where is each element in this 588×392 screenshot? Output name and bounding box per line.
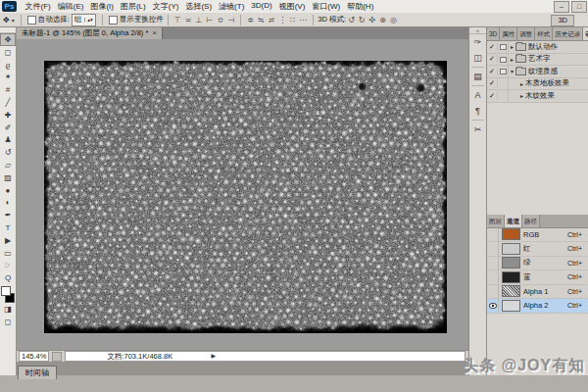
type-tool[interactable]: T <box>0 221 16 234</box>
channel-row[interactable]: 绿Ctrl+ <box>487 257 588 271</box>
distribute-left-icon[interactable]: ⋮ <box>276 16 288 24</box>
tab-调整[interactable]: 调整 <box>517 27 535 40</box>
channel-row[interactable]: 蓝Ctrl+ <box>487 270 588 285</box>
menu-item[interactable]: 图层(L) <box>117 1 149 12</box>
workspace-switcher-button[interactable]: 3D <box>551 15 574 26</box>
path-selection-tool[interactable]: ▶ <box>0 234 16 247</box>
distribute-hcenter-icon[interactable]: ∷ <box>288 16 297 24</box>
tab-3D[interactable]: 3D <box>487 27 500 40</box>
visibility-cell[interactable] <box>487 285 499 299</box>
tab-通道[interactable]: 通道 <box>505 215 522 227</box>
eyedropper-tool[interactable]: ╱ <box>0 96 16 109</box>
maximize-button[interactable]: □ <box>571 1 587 13</box>
channel-row[interactable]: Alpha 1Ctrl+ <box>487 285 588 300</box>
distribute-right-icon[interactable]: ⋯ <box>297 16 309 24</box>
eraser-tool[interactable]: ▱ <box>0 159 16 172</box>
tab-路径[interactable]: 路径 <box>522 215 540 227</box>
foreground-color-swatch[interactable] <box>1 286 11 296</box>
shape-tool[interactable]: ▭ <box>0 247 16 260</box>
distribute-vcenter-icon[interactable]: ≒ <box>256 16 267 24</box>
channel-row[interactable]: RGBCtrl+ <box>487 228 588 243</box>
brush-tool[interactable]: ✐ <box>0 122 16 134</box>
zoom-tool[interactable]: Q <box>0 271 16 284</box>
document-tab[interactable]: 未标题-1 @ 145% (图层 0, Alpha 2/8) * × <box>17 27 163 39</box>
menu-item[interactable]: 选择(S) <box>182 1 216 12</box>
tool-preset-caret-icon[interactable]: ▾ <box>12 17 15 24</box>
align-vcenter-icon[interactable]: ≍ <box>183 16 194 24</box>
lasso-tool[interactable]: ϱ <box>0 59 16 72</box>
crop-tool[interactable]: # <box>0 83 16 96</box>
clone-stamp-tool[interactable]: ♟ <box>0 133 16 146</box>
zoom-level-field[interactable]: 145.4% <box>19 351 49 362</box>
action-row[interactable]: ✓▸默认动作 <box>487 41 588 54</box>
tab-属性[interactable]: 属性 <box>500 27 517 40</box>
distribute-top-icon[interactable]: ≑ <box>245 16 256 24</box>
action-row[interactable]: ✓▾纹理质感 <box>487 66 588 78</box>
gradient-tool[interactable]: ▨ <box>0 172 16 184</box>
action-dialog-toggle[interactable] <box>498 41 509 53</box>
channel-row[interactable]: 红Ctrl+ <box>487 242 588 257</box>
move-tool[interactable]: ✥ <box>0 33 16 46</box>
pen-tool[interactable]: ✒ <box>0 209 16 221</box>
tab-动作[interactable]: 动作 <box>583 27 588 40</box>
action-row[interactable]: ✓▸艺术字 <box>487 54 588 67</box>
action-check-icon[interactable]: ✓ <box>487 43 498 51</box>
hand-tool[interactable]: ☞ <box>0 259 16 271</box>
brush-presets-panel-icon[interactable]: ✑ <box>469 34 486 50</box>
history-brush-tool[interactable]: ↺ <box>0 146 16 159</box>
action-dialog-toggle[interactable] <box>498 78 509 90</box>
tab-历史记录[interactable]: 历史记录 <box>553 27 583 40</box>
3d-drag-icon[interactable]: ✣ <box>368 16 378 24</box>
visibility-cell[interactable] <box>487 228 499 242</box>
canvas-image[interactable] <box>44 61 447 333</box>
tab-样式[interactable]: 样式 <box>535 27 553 40</box>
paragraph-panel-icon[interactable]: ¶ <box>469 103 486 119</box>
distribute-bottom-icon[interactable]: ≓ <box>267 16 277 24</box>
3d-scale-icon[interactable]: ◎ <box>388 16 399 24</box>
align-left-icon[interactable]: ⊢ <box>204 16 215 24</box>
rectangular-marquee-tool[interactable]: ◻ <box>0 46 16 59</box>
character-panel-icon[interactable]: A <box>469 87 486 103</box>
expand-arrow-icon[interactable]: ▾ <box>511 68 514 74</box>
visibility-cell[interactable] <box>487 242 499 256</box>
clone-source-panel-icon[interactable]: ◫ <box>469 50 486 66</box>
dropdown-spinner-icon[interactable]: ▴▾ <box>84 18 93 23</box>
expand-arrow-icon[interactable]: ▸ <box>520 92 523 99</box>
menu-item[interactable]: 窗口(W) <box>309 1 344 12</box>
expand-arrow-icon[interactable]: ▸ <box>511 43 514 50</box>
action-check-icon[interactable]: ✓ <box>487 79 498 87</box>
expand-arrow-icon[interactable]: ▸ <box>511 56 514 63</box>
menu-item[interactable]: 图像(I) <box>87 1 118 12</box>
align-hcenter-icon[interactable]: ≎ <box>215 16 225 24</box>
screen-mode-button[interactable]: ◻ <box>0 316 16 328</box>
minimize-button[interactable]: – <box>554 1 569 13</box>
tool-presets-panel-icon[interactable]: ✂ <box>469 122 486 137</box>
align-right-icon[interactable]: ⊣ <box>225 16 236 24</box>
3d-rotate-icon[interactable]: ↺ <box>346 16 357 24</box>
dock-collapse-icon[interactable]: » <box>469 27 486 34</box>
status-expand-icon[interactable]: ▶ <box>211 352 216 361</box>
timeline-tab[interactable]: 时间轴 <box>18 366 57 379</box>
blur-tool[interactable]: ● <box>0 184 16 197</box>
visibility-cell[interactable] <box>487 270 499 284</box>
action-row[interactable]: ✓▸木纹效果 <box>487 90 588 103</box>
adjustments-panel-icon[interactable]: ▤ <box>469 69 486 84</box>
close-document-icon[interactable]: × <box>152 27 157 39</box>
expand-arrow-icon[interactable]: ▸ <box>520 80 523 87</box>
tab-图层[interactable]: 图层 <box>487 215 505 227</box>
menu-item[interactable]: 文字(Y) <box>149 1 182 12</box>
action-check-icon[interactable]: ✓ <box>487 92 498 100</box>
menu-item[interactable]: 滤镜(T) <box>216 1 248 12</box>
visibility-cell[interactable] <box>487 257 499 270</box>
3d-roll-icon[interactable]: ↻ <box>357 16 368 24</box>
action-dialog-toggle[interactable] <box>498 90 509 102</box>
action-check-icon[interactable]: ✓ <box>487 68 498 75</box>
menu-item[interactable]: 编辑(E) <box>54 1 87 12</box>
action-dialog-toggle[interactable] <box>498 54 509 66</box>
auto-select-dropdown[interactable]: 组 ▴▾ <box>72 14 96 26</box>
show-transform-checkbox[interactable] <box>109 16 118 24</box>
menu-item[interactable]: 视图(V) <box>275 1 309 12</box>
3d-slide-icon[interactable]: ⊕ <box>377 16 388 24</box>
action-dialog-toggle[interactable] <box>498 66 509 77</box>
auto-select-checkbox[interactable] <box>27 16 36 24</box>
